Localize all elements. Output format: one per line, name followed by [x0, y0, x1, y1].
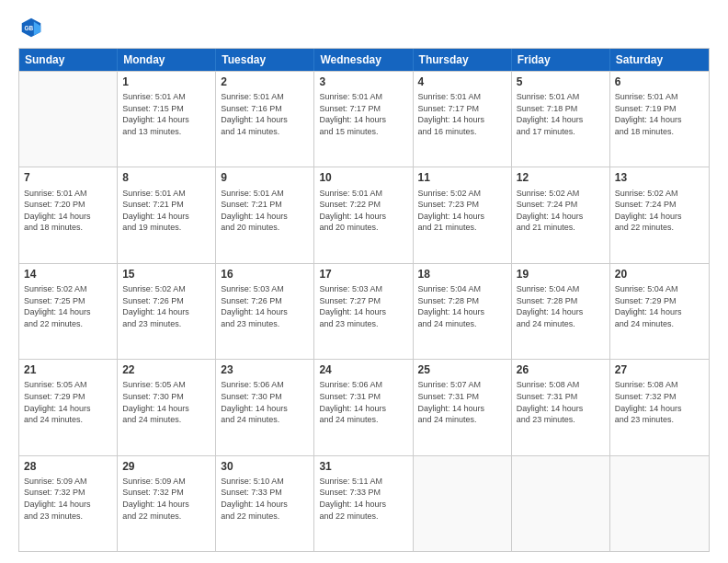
cell-info: Sunrise: 5:08 AM Sunset: 7:31 PM Dayligh…: [517, 379, 605, 425]
header-day: Tuesday: [216, 49, 314, 71]
day-number: 24: [319, 362, 407, 377]
calendar-cell: 29Sunrise: 5:09 AM Sunset: 7:32 PM Dayli…: [118, 456, 216, 551]
calendar-cell: [512, 456, 610, 551]
cell-info: Sunrise: 5:01 AM Sunset: 7:21 PM Dayligh…: [122, 188, 210, 234]
calendar-cell: 5Sunrise: 5:01 AM Sunset: 7:18 PM Daylig…: [512, 72, 610, 167]
day-number: 3: [319, 75, 407, 89]
calendar-cell: 17Sunrise: 5:03 AM Sunset: 7:27 PM Dayli…: [314, 264, 413, 359]
calendar-cell: 14Sunrise: 5:02 AM Sunset: 7:25 PM Dayli…: [19, 264, 118, 359]
cell-info: Sunrise: 5:05 AM Sunset: 7:29 PM Dayligh…: [24, 379, 112, 425]
cell-info: Sunrise: 5:02 AM Sunset: 7:26 PM Dayligh…: [122, 283, 210, 329]
day-number: 2: [221, 75, 309, 89]
day-number: 13: [615, 170, 704, 185]
cell-info: Sunrise: 5:05 AM Sunset: 7:30 PM Dayligh…: [122, 379, 210, 425]
calendar-row: 1Sunrise: 5:01 AM Sunset: 7:15 PM Daylig…: [19, 71, 709, 167]
logo: GB: [18, 15, 48, 40]
cell-info: Sunrise: 5:07 AM Sunset: 7:31 PM Dayligh…: [418, 379, 506, 425]
cell-info: Sunrise: 5:03 AM Sunset: 7:26 PM Dayligh…: [221, 283, 309, 329]
day-number: 6: [615, 75, 704, 89]
cell-info: Sunrise: 5:01 AM Sunset: 7:16 PM Dayligh…: [221, 91, 309, 137]
calendar-cell: 11Sunrise: 5:02 AM Sunset: 7:23 PM Dayli…: [414, 167, 512, 262]
day-number: 8: [122, 170, 210, 185]
page: GB SundayMondayTuesdayWednesdayThursdayF…: [0, 0, 728, 563]
day-number: 30: [221, 459, 309, 474]
calendar-cell: 26Sunrise: 5:08 AM Sunset: 7:31 PM Dayli…: [512, 360, 610, 454]
cell-info: Sunrise: 5:04 AM Sunset: 7:28 PM Dayligh…: [517, 283, 605, 329]
day-number: 26: [517, 362, 605, 377]
day-number: 14: [24, 267, 112, 282]
header-day: Wednesday: [314, 49, 413, 71]
calendar-cell: 20Sunrise: 5:04 AM Sunset: 7:29 PM Dayli…: [610, 264, 709, 359]
calendar-cell: [610, 456, 709, 551]
cell-info: Sunrise: 5:02 AM Sunset: 7:23 PM Dayligh…: [418, 188, 506, 234]
cell-info: Sunrise: 5:01 AM Sunset: 7:22 PM Dayligh…: [319, 188, 407, 234]
cell-info: Sunrise: 5:03 AM Sunset: 7:27 PM Dayligh…: [319, 283, 407, 329]
calendar-row: 7Sunrise: 5:01 AM Sunset: 7:20 PM Daylig…: [19, 167, 709, 262]
cell-info: Sunrise: 5:04 AM Sunset: 7:28 PM Dayligh…: [418, 283, 506, 329]
calendar-cell: 6Sunrise: 5:01 AM Sunset: 7:19 PM Daylig…: [610, 72, 709, 167]
day-number: 28: [24, 459, 112, 474]
calendar-cell: 15Sunrise: 5:02 AM Sunset: 7:26 PM Dayli…: [118, 264, 216, 359]
day-number: 19: [517, 267, 605, 282]
day-number: 7: [24, 170, 112, 185]
calendar-cell: 10Sunrise: 5:01 AM Sunset: 7:22 PM Dayli…: [314, 167, 413, 262]
cell-info: Sunrise: 5:02 AM Sunset: 7:24 PM Dayligh…: [615, 188, 704, 234]
cell-info: Sunrise: 5:01 AM Sunset: 7:20 PM Dayligh…: [24, 188, 112, 234]
day-number: 11: [418, 170, 506, 185]
header-day: Monday: [118, 49, 216, 71]
day-number: 9: [221, 170, 309, 185]
header: GB: [18, 15, 710, 40]
day-number: 27: [615, 362, 704, 377]
day-number: 31: [319, 459, 407, 474]
day-number: 1: [122, 75, 210, 89]
logo-icon: GB: [18, 15, 44, 40]
day-number: 12: [517, 170, 605, 185]
day-number: 5: [517, 75, 605, 89]
calendar-cell: 16Sunrise: 5:03 AM Sunset: 7:26 PM Dayli…: [216, 264, 314, 359]
calendar-cell: 9Sunrise: 5:01 AM Sunset: 7:21 PM Daylig…: [216, 167, 314, 262]
cell-info: Sunrise: 5:01 AM Sunset: 7:18 PM Dayligh…: [517, 91, 605, 137]
cell-info: Sunrise: 5:02 AM Sunset: 7:24 PM Dayligh…: [517, 188, 605, 234]
calendar-cell: 7Sunrise: 5:01 AM Sunset: 7:20 PM Daylig…: [19, 167, 118, 262]
cell-info: Sunrise: 5:11 AM Sunset: 7:33 PM Dayligh…: [319, 476, 407, 522]
day-number: 17: [319, 267, 407, 282]
calendar-cell: 4Sunrise: 5:01 AM Sunset: 7:17 PM Daylig…: [414, 72, 512, 167]
cell-info: Sunrise: 5:01 AM Sunset: 7:19 PM Dayligh…: [615, 91, 704, 137]
calendar-body: 1Sunrise: 5:01 AM Sunset: 7:15 PM Daylig…: [19, 71, 709, 551]
calendar-cell: 1Sunrise: 5:01 AM Sunset: 7:15 PM Daylig…: [118, 72, 216, 167]
calendar-row: 21Sunrise: 5:05 AM Sunset: 7:29 PM Dayli…: [19, 359, 709, 454]
calendar-cell: 27Sunrise: 5:08 AM Sunset: 7:32 PM Dayli…: [610, 360, 709, 454]
header-day: Thursday: [414, 49, 512, 71]
calendar-cell: 30Sunrise: 5:10 AM Sunset: 7:33 PM Dayli…: [216, 456, 314, 551]
calendar-row: 14Sunrise: 5:02 AM Sunset: 7:25 PM Dayli…: [19, 263, 709, 359]
cell-info: Sunrise: 5:01 AM Sunset: 7:17 PM Dayligh…: [418, 91, 506, 137]
calendar-cell: 31Sunrise: 5:11 AM Sunset: 7:33 PM Dayli…: [314, 456, 413, 551]
calendar-cell: 28Sunrise: 5:09 AM Sunset: 7:32 PM Dayli…: [19, 456, 118, 551]
calendar-cell: 24Sunrise: 5:06 AM Sunset: 7:31 PM Dayli…: [314, 360, 413, 454]
cell-info: Sunrise: 5:09 AM Sunset: 7:32 PM Dayligh…: [122, 476, 210, 522]
calendar-cell: 2Sunrise: 5:01 AM Sunset: 7:16 PM Daylig…: [216, 72, 314, 167]
cell-info: Sunrise: 5:08 AM Sunset: 7:32 PM Dayligh…: [615, 379, 704, 425]
day-number: 22: [122, 362, 210, 377]
calendar-cell: 23Sunrise: 5:06 AM Sunset: 7:30 PM Dayli…: [216, 360, 314, 454]
day-number: 23: [221, 362, 309, 377]
day-number: 25: [418, 362, 506, 377]
cell-info: Sunrise: 5:01 AM Sunset: 7:15 PM Dayligh…: [122, 91, 210, 137]
calendar-cell: 3Sunrise: 5:01 AM Sunset: 7:17 PM Daylig…: [314, 72, 413, 167]
calendar-cell: 12Sunrise: 5:02 AM Sunset: 7:24 PM Dayli…: [512, 167, 610, 262]
calendar-cell: [414, 456, 512, 551]
cell-info: Sunrise: 5:04 AM Sunset: 7:29 PM Dayligh…: [615, 283, 704, 329]
header-day: Friday: [512, 49, 610, 71]
day-number: 18: [418, 267, 506, 282]
day-number: 20: [615, 267, 704, 282]
cell-info: Sunrise: 5:01 AM Sunset: 7:21 PM Dayligh…: [221, 188, 309, 234]
day-number: 16: [221, 267, 309, 282]
cell-info: Sunrise: 5:06 AM Sunset: 7:30 PM Dayligh…: [221, 379, 309, 425]
calendar-cell: 21Sunrise: 5:05 AM Sunset: 7:29 PM Dayli…: [19, 360, 118, 454]
calendar-cell: 18Sunrise: 5:04 AM Sunset: 7:28 PM Dayli…: [414, 264, 512, 359]
day-number: 4: [418, 75, 506, 89]
header-day: Saturday: [610, 49, 709, 71]
calendar: SundayMondayTuesdayWednesdayThursdayFrid…: [18, 48, 710, 552]
day-number: 10: [319, 170, 407, 185]
calendar-cell: 22Sunrise: 5:05 AM Sunset: 7:30 PM Dayli…: [118, 360, 216, 454]
